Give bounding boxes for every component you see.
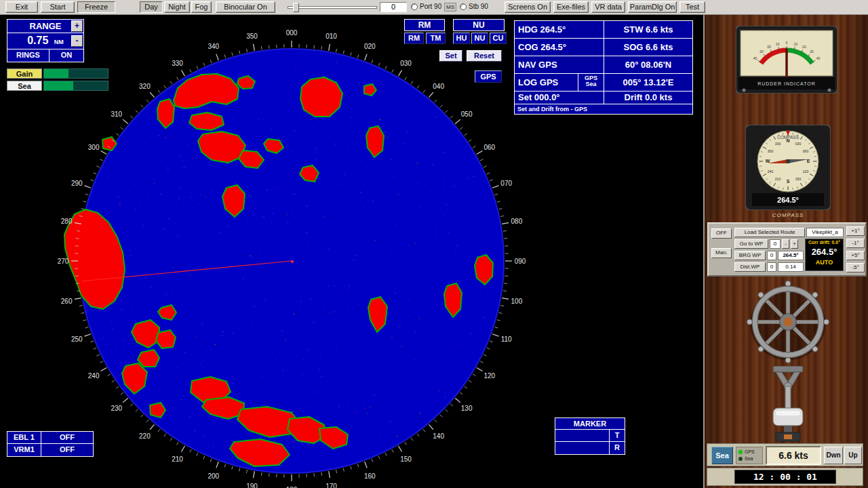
test-button[interactable]: Test [679,1,705,13]
svg-text:W: W [766,159,770,163]
engine-control-strip: Sea GPS Sea 6.6 kts Dwn Up [707,443,863,466]
marker-title: MARKER [555,418,625,430]
wp-decrease-button[interactable]: - [782,239,789,249]
clock-strip: 12 : 00 : 01 [707,468,863,486]
ownship-marker [291,260,294,263]
nu-mode-title: NU [453,19,505,31]
autopilot-off-button[interactable]: OFF [711,228,732,239]
slider-track [288,6,377,9]
svg-text:S: S [787,179,790,184]
gain-fill [44,69,68,78]
goto-wp-button[interactable]: Go to WP [734,239,768,249]
application-window: Exit Start Freeze Day Night Fog Binocula… [0,0,868,488]
sea-fill [44,81,73,90]
engine-telegraph[interactable] [754,366,822,451]
course-plus5-button[interactable]: +5° [846,251,865,260]
set-drift-source: Set and Drift from - GPS [515,104,590,114]
svg-text:0: 0 [786,41,788,45]
compass-heading-value: 264.5° [777,196,799,204]
sea-bar[interactable] [43,81,108,91]
ebl1-value: OFF [41,432,93,443]
marker-t-label: T [610,430,625,441]
marker-t-value [555,430,610,441]
marker-r-value [555,442,610,454]
start-button[interactable]: Start [41,1,75,13]
telegraph-handle[interactable] [773,408,803,426]
angle-field[interactable]: 0 [380,2,407,12]
latitude-value: 60° 08.06'N [604,56,692,73]
dist-wp-button[interactable]: Dist.WP [734,262,766,272]
route-name-field[interactable]: Vikeplikt_a [806,228,844,237]
speed-down-button[interactable]: Dwn [824,447,843,464]
port90-radio[interactable]: Port 90 [411,3,441,10]
range-decrease-button[interactable]: - [71,35,83,47]
gps-led-label: GPS [745,449,755,454]
course-plus1-button[interactable]: +1° [846,226,865,236]
rudder-indicator-label: RUDDER INDICATOR [757,81,816,86]
freeze-button[interactable]: Freeze [77,1,115,13]
exit-button[interactable]: Exit [5,1,38,13]
dist-wp-number: 0 [767,262,776,272]
range-title: RANGE [30,21,62,31]
source-led-box: GPS Sea [736,447,763,464]
sog-value: SOG 6.6 kts [604,39,692,56]
wp-number-field[interactable]: 0 [770,239,781,249]
rings-toggle[interactable]: ON [50,49,83,62]
brg-wp-button[interactable]: BRG WP [734,251,766,260]
paramdlg-button[interactable]: ParamDlg On [628,1,677,13]
stb90-radio[interactable]: Stb 90 [460,3,488,10]
gain-bar[interactable] [43,68,108,79]
night-button[interactable]: Night [164,1,190,13]
gps-sea-toggle[interactable]: GPS Sea [578,74,604,91]
fog-button[interactable]: Fog [191,1,212,13]
sea-mode-button[interactable]: Sea [711,447,733,464]
course-minus1-button[interactable]: -1° [846,239,865,248]
port90-radio-circle[interactable] [411,3,418,10]
marker-panel: MARKER T R [555,418,625,455]
sea-led-icon [738,457,743,461]
speed-up-button[interactable]: Up [844,447,862,464]
telegraph-window [784,434,792,439]
dist-wp-value: 0.14 [778,262,804,272]
ebl1-label[interactable]: EBL 1 [7,432,41,443]
load-route-button[interactable]: Load Selected Route [734,228,805,237]
compass-label: COMPASS [745,212,831,218]
binocular-button[interactable]: Binocular On [216,1,275,13]
svg-text:210: 210 [775,177,781,181]
svg-text:060: 060 [803,149,809,153]
svg-text:240: 240 [768,169,774,174]
ship-wheel[interactable] [747,281,829,363]
brg-wp-value: 264.5° [778,251,804,260]
svg-text:40: 40 [816,56,821,60]
svg-text:20: 20 [767,45,771,49]
brg-wp-number: 0 [767,251,776,260]
day-button[interactable]: Day [140,1,163,13]
corr-drift-value: Corr drift: 0.0° [806,239,843,246]
log-gps-label[interactable]: LOG GPS [515,74,578,91]
wp-increase-button[interactable]: + [791,239,798,249]
cog-value: COG 264.5° [515,39,604,56]
vrm1-label[interactable]: VRM1 [7,444,41,456]
nav-gps-label[interactable]: NAV GPS [515,56,604,73]
view-slider[interactable] [288,4,377,11]
course-minus5-button[interactable]: -5° [846,263,865,272]
svg-text:120: 120 [803,169,809,174]
drift-value: Drift 0.0 kts [604,92,692,104]
top-toolbar: Exit Start Freeze Day Night Fog Binocula… [0,0,868,15]
vrm1-value: OFF [41,444,93,456]
svg-text:10: 10 [794,42,798,46]
range-value: 0.75 [27,35,48,46]
stb90-label: Stb 90 [469,3,488,10]
slider-thumb[interactable] [293,3,299,12]
longitude-value: 005° 13.12'E [604,74,692,91]
range-increase-button[interactable]: + [71,20,83,32]
exefiles-button[interactable]: Exe-files [553,1,589,13]
vrdata-button[interactable]: VR data [591,1,625,13]
stw-value: STW 6.6 kts [604,21,692,38]
sea-led-label: Sea [745,456,753,461]
stb90-radio-circle[interactable] [460,3,467,10]
gain-label: Gain [7,68,42,79]
screens-button[interactable]: Screens On [505,1,551,13]
autopilot-heading-value: 264.5° [806,246,843,258]
autopilot-manual-button[interactable]: Man. [711,248,732,258]
